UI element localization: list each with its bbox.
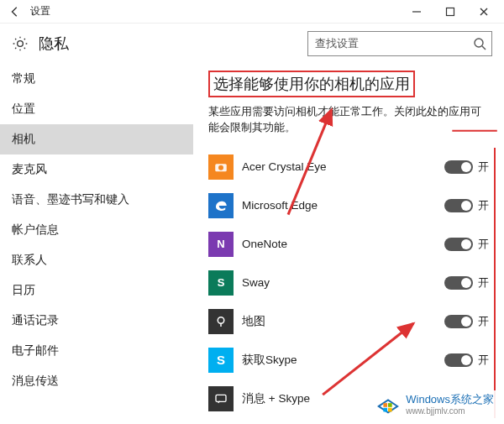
svg-line-3	[482, 46, 486, 50]
toggle-switch-icon	[444, 199, 473, 212]
message-app-icon	[208, 386, 234, 411]
toggle-switch-icon	[444, 353, 473, 367]
camera-app-icon	[208, 154, 234, 180]
app-toggle[interactable]: 开	[444, 314, 489, 329]
windows-logo-icon	[375, 392, 401, 417]
watermark-title: Windows系统之家	[406, 394, 494, 406]
maximize-button[interactable]	[433, 0, 467, 24]
app-toggle[interactable]: 开	[444, 237, 489, 252]
app-list: Acer Crystal Eye 开 Microsoft Edge 开	[208, 148, 496, 418]
svg-rect-12	[384, 403, 388, 407]
search-icon	[473, 37, 486, 50]
app-row: Acer Crystal Eye 开	[208, 148, 489, 186]
watermark: Windows系统之家 www.bjjmlv.com	[372, 390, 497, 419]
skype-app-icon: S	[208, 348, 234, 373]
app-row: 地图 开	[208, 302, 489, 341]
svg-rect-1	[447, 8, 454, 15]
maps-app-icon	[208, 309, 234, 334]
app-row: Microsoft Edge 开	[208, 186, 489, 225]
toggle-switch-icon	[444, 160, 473, 174]
app-label: OneNote	[242, 238, 436, 250]
sidebar-item-account[interactable]: 帐户信息	[0, 215, 193, 245]
search-placeholder: 查找设置	[315, 36, 473, 51]
toggle-state: 开	[478, 275, 489, 291]
minimize-button[interactable]	[400, 0, 433, 24]
toggle-state: 开	[478, 198, 489, 213]
app-label: 获取Skype	[242, 353, 436, 368]
app-row: N OneNote 开	[208, 225, 489, 264]
app-toggle[interactable]: 开	[444, 353, 489, 368]
app-toggle[interactable]: 开	[444, 198, 489, 213]
sidebar-item-microphone[interactable]: 麦克风	[0, 154, 193, 185]
close-button[interactable]	[467, 0, 501, 24]
sidebar-item-general[interactable]: 常规	[0, 64, 193, 94]
title-bar: 设置	[0, 0, 504, 24]
sidebar-item-location[interactable]: 位置	[0, 94, 193, 124]
svg-rect-8	[216, 395, 226, 401]
toggle-state: 开	[478, 237, 489, 252]
svg-rect-14	[384, 408, 388, 412]
sidebar-item-contacts[interactable]: 联系人	[0, 245, 193, 275]
section-desc: 某些应用需要访问相机才能正常工作。关闭此处的应用可能会限制其功能。	[208, 104, 496, 136]
sidebar-item-speech[interactable]: 语音、墨迹书写和键入	[0, 185, 193, 215]
app-label: 地图	[242, 314, 436, 329]
app-toggle[interactable]: 开	[444, 275, 489, 291]
section-title: 选择能够使用你的相机的应用	[208, 71, 415, 97]
watermark-url: www.bjjmlv.com	[406, 406, 494, 416]
sidebar-item-camera[interactable]: 相机	[0, 124, 193, 154]
edge-app-icon	[208, 193, 234, 218]
sway-app-icon: S	[208, 270, 234, 296]
app-label: Sway	[242, 276, 436, 289]
back-button[interactable]	[3, 0, 27, 24]
page-title: 隐私	[39, 34, 69, 54]
app-label: Acer Crystal Eye	[242, 160, 436, 173]
toggle-state: 开	[478, 314, 489, 329]
svg-point-5	[218, 165, 223, 170]
sidebar-item-callhistory[interactable]: 通话记录	[0, 306, 193, 336]
sidebar: 常规 位置 相机 麦克风 语音、墨迹书写和键入 帐户信息 联系人 日历 通话记录…	[0, 64, 193, 424]
toggle-switch-icon	[444, 315, 473, 328]
toggle-state: 开	[478, 160, 489, 175]
app-row: S Sway 开	[208, 264, 489, 302]
toggle-state: 开	[478, 353, 489, 368]
gear-icon	[12, 35, 29, 52]
svg-rect-15	[388, 408, 392, 412]
sidebar-item-calendar[interactable]: 日历	[0, 275, 193, 306]
content-pane: 选择能够使用你的相机的应用 某些应用需要访问相机才能正常工作。关闭此处的应用可能…	[193, 64, 504, 424]
app-label: Microsoft Edge	[242, 199, 436, 212]
sidebar-item-email[interactable]: 电子邮件	[0, 336, 193, 366]
app-toggle[interactable]: 开	[444, 160, 489, 175]
sidebar-item-messaging[interactable]: 消息传送	[0, 366, 193, 396]
svg-point-2	[475, 39, 483, 47]
window-title: 设置	[30, 4, 50, 18]
page-header: 隐私 查找设置	[0, 24, 504, 64]
app-row: S 获取Skype 开	[208, 341, 489, 380]
toggle-switch-icon	[444, 238, 473, 251]
search-input[interactable]: 查找设置	[307, 31, 492, 56]
svg-rect-13	[388, 403, 392, 407]
svg-point-6	[218, 317, 224, 323]
toggle-switch-icon	[444, 276, 473, 290]
onenote-app-icon: N	[208, 232, 234, 257]
